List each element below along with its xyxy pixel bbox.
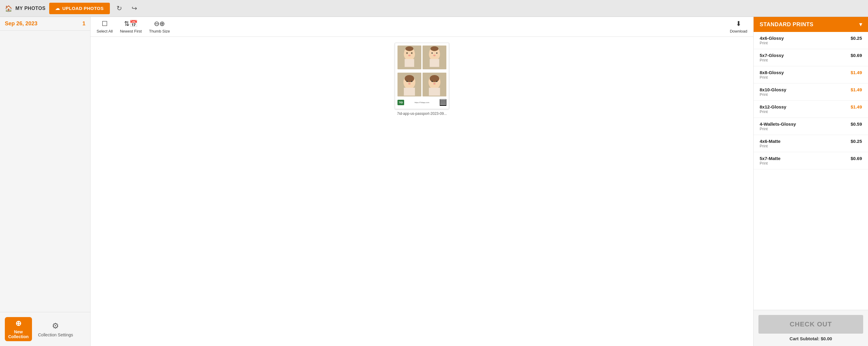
svg-point-28 (432, 81, 433, 82)
photo-count: 1 (83, 21, 85, 27)
brand-logo: 7ID (398, 100, 404, 105)
photo-filename: 7id-app-us-passport-2023-09... (397, 111, 447, 116)
svg-point-27 (430, 75, 439, 82)
left-sidebar: Sep 26, 2023 1 ⊕ New Collection ⚙ Collec… (0, 17, 91, 346)
print-info: 4-Wallets-Glossy Print (760, 122, 796, 131)
collection-settings-button[interactable]: ⚙ Collection Settings (38, 321, 73, 337)
newest-first-label: Newest First (120, 29, 142, 33)
print-type: Print (760, 161, 780, 166)
print-type: Print (760, 109, 786, 114)
print-info: 5x7-Glossy Print (760, 53, 784, 62)
svg-point-23 (408, 83, 411, 84)
top-bar: 🏠 MY PHOTOS ☁ UPLOAD PHOTOS ↻ ↪ (0, 0, 868, 17)
print-info: 8x12-Glossy Print (760, 104, 786, 114)
select-all-label: Select All (97, 29, 113, 33)
print-item[interactable]: 4-Wallets-Glossy Print $0.59 (754, 118, 868, 135)
print-price: $0.25 (850, 36, 862, 41)
svg-point-20 (405, 75, 414, 82)
svg-point-5 (406, 53, 408, 54)
select-all-icon: ☐ (102, 20, 108, 28)
print-info: 4x6-Glossy Print (760, 36, 784, 45)
print-item[interactable]: 5x7-Glossy Print $0.69 (754, 49, 868, 66)
print-price: $0.69 (850, 53, 862, 58)
print-item[interactable]: 8x10-Glossy Print $1.49 (754, 83, 868, 101)
toolbar: ☐ Select All ⇅📅 Newest First ⊖⊕ Thumb Si… (91, 17, 753, 37)
print-type: Print (760, 41, 784, 45)
print-item[interactable]: 8x8-Glossy Print $1.49 (754, 66, 868, 83)
date-label: Sep 26, 2023 (5, 21, 37, 27)
refresh-button[interactable]: ↻ (114, 3, 125, 14)
share-icon: ↪ (132, 4, 137, 12)
print-item[interactable]: 5x7-Matte Print $0.69 (754, 152, 868, 169)
gear-icon: ⚙ (52, 321, 59, 331)
face-svg-4 (423, 73, 446, 97)
print-info: 8x10-Glossy Print (760, 87, 786, 97)
camera-icon: 🏠 (5, 5, 12, 12)
print-type: Print (760, 75, 784, 79)
print-price: $1.49 (850, 87, 862, 92)
qr-code (440, 99, 446, 106)
print-type: Print (760, 58, 784, 62)
svg-rect-31 (429, 88, 440, 96)
main-area: Sep 26, 2023 1 ⊕ New Collection ⚙ Collec… (0, 17, 868, 346)
chevron-down-icon: ▾ (859, 21, 862, 28)
cart-subtotal: Cart Subtotal: $0.00 (758, 336, 863, 341)
center-content: ☐ Select All ⇅📅 Newest First ⊖⊕ Thumb Si… (91, 17, 753, 346)
passport-face-1 (398, 45, 421, 69)
qr-url: https://7idapp.com (405, 102, 438, 103)
print-item[interactable]: 4x6-Glossy Print $0.25 (754, 32, 868, 49)
upload-photos-button[interactable]: ☁ UPLOAD PHOTOS (49, 3, 110, 14)
print-name: 5x7-Glossy (760, 53, 784, 58)
passport-face-4 (423, 73, 446, 97)
my-photos-label: MY PHOTOS (16, 6, 45, 11)
thumb-size-button[interactable]: ⊖⊕ Thumb Size (149, 20, 170, 33)
checkout-button[interactable]: CHECK OUT (758, 315, 863, 334)
print-item[interactable]: 8x12-Glossy Print $1.49 (754, 101, 868, 118)
print-type: Print (760, 92, 786, 97)
svg-point-22 (411, 81, 412, 82)
print-item[interactable]: 4x6-Matte Print $0.25 (754, 135, 868, 152)
refresh-icon: ↻ (117, 4, 122, 12)
svg-point-29 (436, 81, 437, 82)
date-section: Sep 26, 2023 1 (0, 17, 90, 31)
photo-item[interactable]: 7ID https://7idapp.com 7id-app-us-passpo… (395, 43, 449, 116)
select-all-button[interactable]: ☐ Select All (97, 20, 113, 33)
face-svg-1 (398, 45, 421, 69)
print-price: $0.59 (850, 122, 862, 127)
passport-face-3 (398, 73, 421, 97)
download-button[interactable]: ⬇ Download (730, 20, 747, 33)
download-icon: ⬇ (736, 20, 741, 28)
svg-point-13 (432, 53, 433, 54)
new-collection-button[interactable]: ⊕ New Collection (5, 317, 32, 341)
print-price: $0.69 (850, 156, 862, 161)
svg-point-7 (408, 55, 411, 56)
photo-qr-section: 7ID https://7idapp.com (398, 99, 446, 106)
svg-rect-17 (430, 59, 439, 67)
download-label: Download (730, 29, 747, 33)
svg-rect-24 (404, 88, 415, 96)
checkout-section: CHECK OUT Cart Subtotal: $0.00 (754, 310, 868, 346)
print-name: 8x8-Glossy (760, 70, 784, 75)
thumb-size-icon: ⊖⊕ (154, 20, 165, 28)
my-photos-section: 🏠 MY PHOTOS (5, 5, 45, 12)
print-name: 4x6-Glossy (760, 36, 784, 41)
print-name: 4x6-Matte (760, 139, 780, 144)
print-name: 8x10-Glossy (760, 87, 786, 92)
print-price: $1.49 (850, 104, 862, 109)
face-svg-3 (398, 73, 421, 97)
newest-first-button[interactable]: ⇅📅 Newest First (120, 20, 142, 33)
print-price: $1.49 (850, 70, 862, 75)
print-name: 4-Wallets-Glossy (760, 122, 796, 127)
svg-point-14 (436, 53, 437, 54)
photo-grid: 7ID https://7idapp.com 7id-app-us-passpo… (91, 37, 753, 346)
standard-prints-header[interactable]: STANDARD PRINTS ▾ (754, 17, 868, 32)
plus-icon: ⊕ (16, 319, 22, 327)
passport-face-2 (423, 45, 446, 69)
print-info: 4x6-Matte Print (760, 139, 780, 148)
share-button[interactable]: ↪ (129, 3, 140, 14)
upload-cloud-icon: ☁ (55, 6, 60, 11)
sidebar-bottom: ⊕ New Collection ⚙ Collection Settings (0, 312, 90, 346)
print-name: 5x7-Matte (760, 156, 780, 161)
standard-prints-label: STANDARD PRINTS (760, 22, 813, 28)
svg-point-30 (433, 83, 436, 84)
